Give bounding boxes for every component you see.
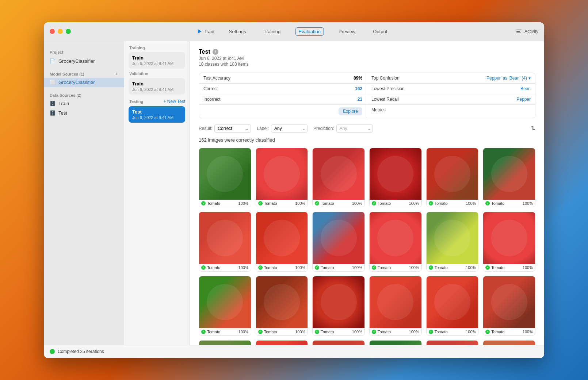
image-thumbnail — [427, 276, 478, 328]
image-card[interactable]: ✓Tomato100% — [483, 212, 535, 272]
image-thumbnail — [483, 212, 535, 264]
test-accuracy-value: 89% — [354, 76, 362, 81]
image-class-label: Tomato — [378, 330, 391, 334]
sidebar-item-grocery-classifier[interactable]: ⬜ GroceryClassifier — [44, 78, 124, 87]
confidence-pct: 100% — [523, 330, 533, 334]
main-content: Test i Jun 6, 2022 at 9:41 AM 10 classes… — [190, 41, 544, 345]
classified-text: 162 images were correctly classified — [199, 137, 535, 143]
train-button[interactable]: Train — [198, 29, 214, 34]
testing-section-label: Testing — [129, 99, 144, 104]
image-card[interactable]: ✓Tomato100% — [483, 148, 535, 208]
tab-training[interactable]: Training — [261, 27, 283, 36]
image-card[interactable]: ✓Tomato100% — [312, 148, 365, 208]
image-card[interactable]: ✓Tomato100% — [199, 276, 251, 336]
image-card[interactable]: ✓Tomato100% — [426, 340, 479, 345]
dropdown-chevron-icon: ▾ — [528, 76, 531, 81]
play-icon — [198, 29, 202, 34]
image-card[interactable]: ✓Tomato100% — [369, 340, 422, 345]
confidence-pct: 100% — [523, 201, 533, 206]
sort-button[interactable]: ⇅ — [531, 125, 535, 132]
correct-check-icon: ✓ — [258, 201, 263, 206]
image-class-label: Tomato — [435, 330, 448, 334]
image-thumbnail — [313, 341, 364, 345]
tab-preview[interactable]: Preview — [336, 27, 358, 36]
status-dot-icon — [50, 349, 55, 354]
image-thumbnail — [427, 341, 478, 345]
image-card[interactable]: ✓Tomato100% — [426, 276, 479, 336]
training-item[interactable]: Train Jun 6, 2022 at 9:41 AM — [129, 52, 185, 69]
sidebar-item-test[interactable]: 🗄️ Test — [44, 108, 124, 118]
test-item-subtitle: Jun 6, 2022 at 9:41 AM — [132, 115, 182, 120]
confidence-pct: 100% — [295, 201, 305, 206]
image-card[interactable]: ✓Tomato100% — [312, 212, 365, 272]
maximize-button[interactable] — [66, 29, 71, 34]
explore-button[interactable]: Explore — [339, 107, 362, 115]
lowest-recall-value[interactable]: Pepper — [516, 97, 531, 102]
tab-output[interactable]: Output — [370, 27, 390, 36]
metrics-row: Metrics — [367, 105, 535, 115]
image-card[interactable]: ✓Tomato100% — [483, 340, 535, 345]
image-class-label: Tomato — [207, 330, 220, 334]
sidebar-item-train[interactable]: 🗄️ Train — [44, 99, 124, 108]
image-card[interactable]: ✓Tomato100% — [426, 212, 479, 272]
tab-evaluation[interactable]: Evaluation — [295, 27, 324, 36]
image-card[interactable]: ✓Tomato100% — [369, 276, 422, 336]
result-select[interactable]: Correct Incorrect — [214, 124, 251, 133]
lowest-precision-value[interactable]: Bean — [520, 86, 531, 91]
training-item-subtitle: Jun 6, 2022 at 9:41 AM — [132, 61, 182, 66]
test-accuracy-row: Test Accuracy 89% — [199, 73, 367, 84]
new-test-button[interactable]: + New Test — [164, 99, 185, 104]
prediction-select[interactable]: Any — [336, 124, 373, 133]
project-label: Project — [44, 50, 124, 54]
image-label-row: ✓Tomato100% — [313, 328, 364, 335]
image-class-label: Tomato — [321, 330, 334, 334]
prediction-select-wrapper: Any — [336, 124, 373, 133]
titlebar: Train Settings Training Evaluation Previ… — [44, 22, 544, 41]
sidebar-item-project[interactable]: 📄 GroceryClassifier — [44, 57, 124, 66]
image-class-label: Tomato — [435, 265, 448, 270]
tab-settings[interactable]: Settings — [226, 27, 249, 36]
close-button[interactable] — [50, 29, 55, 34]
train-data-icon: 🗄️ — [50, 101, 56, 107]
image-card[interactable]: ✓Tomato100% — [199, 212, 251, 272]
image-card[interactable]: ✓Tomato100% — [369, 212, 422, 272]
image-card[interactable]: ✓Tomato100% — [199, 148, 251, 208]
filters-row: Result: Correct Incorrect Label: Any Tom… — [199, 124, 535, 133]
image-class-label: Tomato — [378, 201, 391, 206]
test-data-icon: 🗄️ — [50, 110, 56, 116]
lowest-recall-row: Lowest Recall Pepper — [367, 94, 535, 105]
image-label-row: ✓Tomato100% — [370, 328, 421, 335]
image-card[interactable]: ✓Tomato100% — [483, 276, 535, 336]
test-item[interactable]: Test Jun 6, 2022 at 9:41 AM — [129, 106, 185, 123]
test-header: Test i Jun 6, 2022 at 9:41 AM 10 classes… — [199, 49, 535, 67]
validation-section-label: Validation — [129, 72, 185, 76]
image-card[interactable]: ✓Tomato100% — [256, 148, 308, 208]
data-source-train: Train — [58, 101, 69, 106]
image-card[interactable]: ✓Tomato100% — [256, 340, 308, 345]
image-class-label: Tomato — [378, 265, 391, 270]
image-card[interactable]: ✓Tomato100% — [312, 340, 365, 345]
image-card[interactable]: ✓Tomato100% — [426, 148, 479, 208]
info-icon[interactable]: i — [213, 49, 218, 55]
validation-item[interactable]: Train Jun 6, 2022 at 9:41 AM — [129, 78, 185, 95]
add-model-source-button[interactable]: + — [116, 72, 118, 76]
top-confusion-value[interactable]: 'Pepper' as 'Bean' (4) ▾ — [486, 76, 531, 81]
image-card[interactable]: ✓Tomato100% — [312, 276, 365, 336]
label-select[interactable]: Any Tomato Pepper Bean — [271, 124, 308, 133]
image-card[interactable]: ✓Tomato100% — [256, 276, 308, 336]
result-select-wrapper: Correct Incorrect — [214, 124, 251, 133]
image-thumbnail — [483, 341, 535, 345]
image-thumbnail — [313, 212, 364, 264]
image-card[interactable]: ✓Tomato100% — [199, 340, 251, 345]
image-label-row: ✓Tomato100% — [313, 200, 364, 207]
minimize-button[interactable] — [58, 29, 63, 34]
test-classes: 10 classes with 183 items — [199, 62, 535, 67]
train-label: Train — [204, 29, 214, 34]
status-text: Completed 25 iterations — [58, 349, 104, 354]
image-card[interactable]: ✓Tomato100% — [369, 148, 422, 208]
image-card[interactable]: ✓Tomato100% — [256, 212, 308, 272]
confidence-pct: 100% — [409, 201, 419, 206]
correct-check-icon: ✓ — [201, 265, 206, 270]
stats-grid: Test Accuracy 89% Correct 162 Incorrect … — [199, 73, 535, 118]
image-thumbnail — [199, 148, 251, 200]
